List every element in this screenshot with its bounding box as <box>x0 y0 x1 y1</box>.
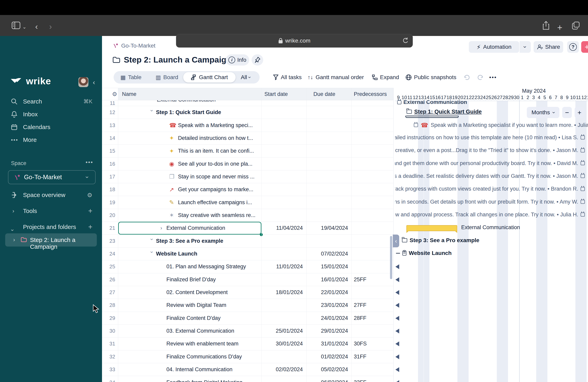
due-date-cell[interactable]: 06/02/2024 <box>306 376 348 382</box>
scroll-to-task-arrow[interactable] <box>395 367 399 372</box>
predecessor-cell[interactable]: 33FF <box>354 376 393 382</box>
table-row[interactable]: 16◉See all your to-dos in one pla... <box>102 157 393 170</box>
start-date-cell[interactable] <box>261 235 303 247</box>
due-date-cell[interactable]: 19/04/2024 <box>306 222 348 234</box>
table-row[interactable]: 17❐Stay in scope and never miss ... <box>102 171 393 183</box>
wrike-logo[interactable]: wrike <box>10 76 51 87</box>
predecessor-cell[interactable] <box>354 222 393 234</box>
table-row[interactable]: 3304. Internal Communication02/02/202405… <box>102 363 393 376</box>
start-date-cell[interactable] <box>261 299 303 311</box>
due-date-cell[interactable]: 22/01/2024 <box>306 286 348 299</box>
task-name[interactable]: Stay creative with seamless re... <box>178 212 255 218</box>
due-date-cell[interactable]: 23/01/2024 <box>306 299 348 311</box>
scroll-to-task-arrow[interactable] <box>395 354 399 359</box>
predecessor-cell[interactable] <box>354 183 393 196</box>
predecessor-cell[interactable] <box>354 363 393 376</box>
predecessor-cell[interactable] <box>354 235 393 247</box>
chevron-down-icon[interactable]: ⌄ <box>22 24 26 30</box>
table-row[interactable]: 18↗Get your campaigns to marke... <box>102 183 393 196</box>
due-date-cell[interactable] <box>306 235 348 247</box>
start-date-cell[interactable] <box>261 132 303 144</box>
gantt-task-label[interactable]: er. Track progress with custom views cre… <box>395 186 585 192</box>
due-date-cell[interactable] <box>306 132 348 144</box>
create-button[interactable]: + <box>581 41 588 53</box>
add-project-icon[interactable]: + <box>88 223 92 231</box>
table-row[interactable]: 2702. Content Development18/01/202422/01… <box>102 286 393 299</box>
start-date-cell[interactable] <box>261 183 303 196</box>
sidebar-item-tools[interactable]: › Tools + <box>0 205 102 217</box>
task-name[interactable]: Finalized Brief D'day <box>167 277 216 283</box>
start-date-cell[interactable]: 25/01/2024 <box>261 325 303 337</box>
table-row[interactable]: 3003. External Communication25/01/202429… <box>102 325 393 337</box>
tab-board[interactable]: ▥ Board <box>156 71 178 83</box>
due-date-cell[interactable] <box>306 183 348 196</box>
undo-icon[interactable] <box>463 72 470 82</box>
row-expand-icon[interactable]: › <box>149 110 155 116</box>
predecessor-cell[interactable] <box>354 260 393 273</box>
start-date-cell[interactable] <box>261 209 303 222</box>
predecessor-cell[interactable]: 28FF <box>354 312 393 325</box>
sidebar-item-projects-and-folders[interactable]: › Projects and folders + <box>0 221 102 233</box>
address-bar[interactable]: wrike.com <box>176 34 413 48</box>
task-name[interactable]: Website Launch <box>156 251 197 257</box>
task-name[interactable]: This is an item. It can be confi... <box>178 148 254 154</box>
share-page-icon[interactable] <box>542 21 550 30</box>
due-date-cell[interactable] <box>306 171 348 183</box>
start-date-cell[interactable] <box>261 100 303 106</box>
tab-gantt-chart[interactable]: Gantt Chart <box>183 72 236 82</box>
table-row[interactable]: 32Finalize Communications D'day01/02/202… <box>102 350 393 363</box>
automation-button[interactable]: ⚡ Automation <box>469 41 519 53</box>
scroll-to-task-arrow[interactable] <box>395 380 399 382</box>
gantt-task-label[interactable]: ce and get them done with our personal p… <box>395 160 585 166</box>
due-date-cell[interactable]: 31/01/2024 <box>306 337 348 350</box>
scroll-to-task-arrow[interactable] <box>395 264 399 269</box>
sidebar-item-space-overview[interactable]: Space overview ⚙ <box>0 189 102 201</box>
gantt-summary-bar[interactable] <box>406 225 457 231</box>
new-tab-icon[interactable]: + <box>557 22 562 33</box>
space-settings-icon[interactable]: ⚙ <box>87 191 92 199</box>
due-date-cell[interactable] <box>306 119 348 132</box>
due-date-cell[interactable] <box>306 145 348 157</box>
due-date-cell[interactable] <box>306 196 348 209</box>
table-row[interactable]: 13☎Speak with a Marketing speci... <box>102 119 393 132</box>
task-name[interactable]: Step 1: Quick Start Guide <box>156 109 221 115</box>
gantt-summary-label[interactable]: Step 3: See a Pro example <box>402 237 479 244</box>
task-name[interactable]: External Communication <box>157 100 216 103</box>
task-name[interactable]: 01. Plan and Messaging Strategy <box>167 264 246 270</box>
predecessor-cell[interactable] <box>354 209 393 222</box>
predecessor-cell[interactable]: 25FF <box>354 273 393 286</box>
column-header-due-date[interactable]: Due date <box>314 91 336 97</box>
start-date-cell[interactable]: 18/01/2024 <box>261 286 303 299</box>
gantt-task-label[interactable]: aigns in seconds. Get details up front w… <box>395 199 585 205</box>
start-date-cell[interactable] <box>261 248 303 260</box>
predecessor-cell[interactable] <box>354 119 393 132</box>
public-snapshots-button[interactable]: Public snapshots <box>406 72 456 82</box>
scroll-to-task-arrow[interactable] <box>395 342 399 346</box>
start-date-cell[interactable]: 02/02/2024 <box>261 363 303 376</box>
predecessor-cell[interactable] <box>354 157 393 170</box>
tabs-overview-icon[interactable] <box>572 21 580 30</box>
predecessor-cell[interactable] <box>354 196 393 209</box>
gantt-task-label[interactable]: gn, creative, or even a post...Drag it t… <box>395 147 585 153</box>
due-date-cell[interactable]: 07/02/2024 <box>306 248 348 260</box>
start-date-cell[interactable] <box>261 106 303 119</box>
sidebar-toggle-icon[interactable] <box>12 21 21 29</box>
table-row[interactable]: 23›Step 3: See a Pro example <box>102 235 393 248</box>
due-date-cell[interactable] <box>306 157 348 170</box>
gantt-bar-label[interactable]: External Communication <box>461 224 520 230</box>
table-row[interactable]: 20✶Stay creative with seamless re... <box>102 209 393 222</box>
scroll-to-task-arrow[interactable] <box>395 316 399 321</box>
due-date-cell[interactable]: 29/01/2024 <box>306 325 348 337</box>
help-button[interactable]: ? <box>567 41 579 53</box>
task-name[interactable]: Detailed instructions on how t... <box>178 135 253 141</box>
start-date-cell[interactable]: 30/01/2024 <box>261 337 303 350</box>
breadcrumb[interactable]: Go-To-Market <box>113 42 155 49</box>
row-expand-icon[interactable]: › <box>149 251 155 257</box>
column-header-start-date[interactable]: Start date <box>264 91 288 97</box>
predecessor-cell[interactable] <box>354 248 393 260</box>
collapse-table-handle[interactable]: ‹ <box>393 234 399 247</box>
due-date-cell[interactable]: 24/01/2024 <box>306 312 348 325</box>
gantt-task-label[interactable]: Detailed instructions on how to use this… <box>395 134 585 141</box>
due-date-cell[interactable] <box>306 209 348 222</box>
gantt-manual-order[interactable]: ↑↓ Gantt manual order <box>308 72 364 82</box>
